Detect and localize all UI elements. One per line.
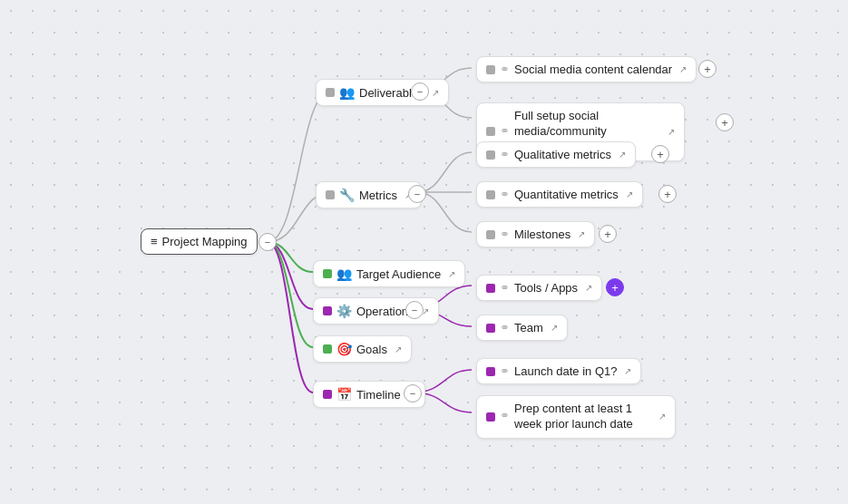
metrics-sq	[326, 190, 335, 199]
launch-date-icon: ⚭	[500, 364, 510, 378]
social-media-add-btn[interactable]: +	[698, 60, 716, 78]
social-media-icon: ⚭	[500, 63, 510, 76]
timeline-label: Timeline	[356, 388, 401, 402]
tools-apps-label: Tools / Apps	[514, 281, 578, 295]
qualitative-node[interactable]: ⚭ Qualitative metrics ↗	[476, 141, 636, 168]
tools-apps-node[interactable]: ⚭ Tools / Apps ↗	[476, 275, 602, 301]
operations-expand-btn[interactable]: −	[405, 301, 424, 319]
timeline-sq	[323, 390, 332, 399]
metrics-emoji: 🔧	[339, 188, 355, 202]
full-setup-expand-icon[interactable]: ↗	[668, 126, 675, 138]
deliverables-sq	[326, 88, 335, 97]
launch-date-expand-icon[interactable]: ↗	[624, 366, 631, 376]
quantitative-icon: ⚭	[500, 188, 510, 201]
social-media-label: Social media content calendar	[514, 63, 672, 76]
full-setup-sq	[486, 127, 495, 136]
full-setup-add-btn[interactable]: +	[716, 113, 734, 131]
goals-emoji: 🎯	[336, 342, 352, 356]
team-node[interactable]: ⚭ Team ↗	[476, 315, 568, 341]
launch-date-label: Launch date in Q1?	[514, 364, 617, 378]
quantitative-label: Quantitative metrics	[514, 188, 619, 201]
launch-date-sq	[486, 367, 495, 376]
metrics-label: Metrics	[359, 189, 397, 202]
prep-content-expand-icon[interactable]: ↗	[658, 411, 666, 422]
qualitative-sq	[486, 150, 495, 160]
qualitative-label: Qualitative metrics	[514, 148, 611, 161]
milestones-expand-icon[interactable]: ↗	[578, 229, 585, 239]
team-sq	[486, 324, 495, 333]
root-node[interactable]: ≡ Project Mapping	[141, 228, 258, 255]
prep-content-node[interactable]: ⚭ Prep content at least 1 week prior lau…	[476, 395, 676, 439]
social-media-sq	[486, 65, 495, 74]
operations-sq	[323, 306, 332, 315]
full-setup-icon: ⚭	[500, 124, 510, 140]
target-audience-sq	[323, 269, 332, 278]
tools-apps-icon: ⚭	[500, 281, 510, 295]
root-label: Project Mapping	[162, 235, 248, 248]
quantitative-node[interactable]: ⚭ Quantitative metrics ↗	[476, 181, 643, 208]
team-icon: ⚭	[500, 321, 510, 334]
prep-content-icon: ⚭	[500, 409, 510, 424]
target-audience-emoji: 👥	[336, 267, 352, 281]
qualitative-icon: ⚭	[500, 148, 510, 161]
social-media-expand-icon[interactable]: ↗	[679, 64, 687, 74]
quantitative-add-btn[interactable]: +	[658, 185, 677, 203]
prep-content-sq	[486, 412, 495, 422]
metrics-node[interactable]: 🔧 Metrics ↗	[316, 181, 422, 208]
root-expand-btn[interactable]: −	[258, 233, 277, 251]
tools-apps-add-btn[interactable]: +	[606, 278, 624, 296]
milestones-add-btn[interactable]: +	[599, 225, 617, 243]
tools-apps-sq	[486, 284, 495, 293]
tools-apps-expand-icon[interactable]: ↗	[585, 283, 592, 293]
qualitative-expand-icon[interactable]: ↗	[619, 150, 626, 160]
quantitative-expand-icon[interactable]: ↗	[626, 189, 633, 199]
deliverables-emoji: 👥	[339, 85, 355, 100]
target-audience-expand-icon[interactable]: ↗	[448, 269, 455, 279]
target-audience-node[interactable]: 👥 Target Audience ↗	[313, 260, 465, 287]
milestones-node[interactable]: ⚭ Milestones ↗	[476, 221, 595, 247]
timeline-emoji: 📅	[336, 387, 352, 402]
qualitative-add-btn[interactable]: +	[651, 145, 669, 163]
goals-node[interactable]: 🎯 Goals ↗	[313, 335, 412, 363]
milestones-icon: ⚭	[500, 228, 510, 241]
prep-content-label: Prep content at least 1 week prior launc…	[514, 402, 651, 432]
operations-emoji: ⚙️	[336, 304, 352, 318]
team-label: Team	[514, 321, 543, 334]
launch-date-node[interactable]: ⚭ Launch date in Q1? ↗	[476, 358, 641, 384]
milestones-sq	[486, 230, 495, 239]
team-expand-icon[interactable]: ↗	[551, 323, 558, 333]
root-icon: ≡	[151, 235, 158, 248]
deliverables-expand-icon[interactable]: ↗	[432, 88, 439, 98]
milestones-label: Milestones	[514, 228, 570, 241]
timeline-expand-btn[interactable]: −	[404, 384, 422, 402]
goals-sq	[323, 344, 332, 354]
social-media-node[interactable]: ⚭ Social media content calendar ↗	[476, 56, 697, 82]
target-audience-label: Target Audience	[356, 267, 441, 281]
metrics-expand-btn[interactable]: −	[408, 185, 426, 203]
goals-expand-icon[interactable]: ↗	[395, 344, 402, 354]
goals-label: Goals	[356, 343, 387, 356]
deliverables-expand-btn[interactable]: −	[411, 82, 429, 101]
quantitative-sq	[486, 190, 495, 199]
